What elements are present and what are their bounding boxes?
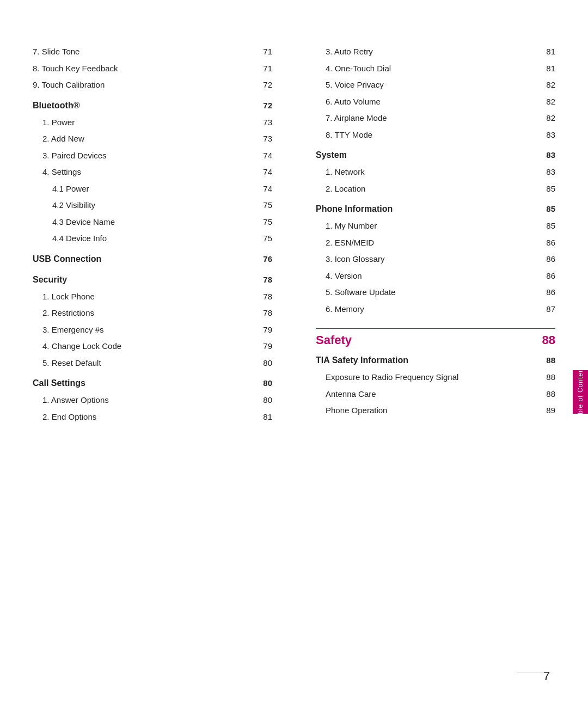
toc-entry-page: 82 [534,79,555,91]
safety-entry-page: 88 [534,371,555,384]
toc-entry-page: 85 [534,220,555,232]
safety-entry-page: 89 [534,404,555,417]
toc-entry-page: 80 [250,357,272,370]
safety-header-label: Safety [316,333,534,347]
safety-entry: TIA Safety Information88 [316,352,555,369]
safety-entry-page: 88 [534,388,555,401]
toc-entry: 1. Lock Phone78 [33,289,272,305]
toc-entry: 4. Settings74 [33,164,272,181]
toc-entry: 1. Power73 [33,114,272,131]
toc-entry: 6. Memory87 [316,301,555,318]
toc-entry-label: Phone Information [316,203,534,216]
toc-entry: 1. My Number85 [316,218,555,235]
toc-entry-page: 85 [534,203,555,216]
toc-entry-label: Call Settings [33,377,250,390]
tab-label: Table of Contents [577,362,584,422]
toc-entry-page: 71 [250,63,272,75]
toc-entry: USB Connection76 [33,250,272,268]
toc-entry-page: 86 [534,270,555,283]
toc-entry: Bluetooth®72 [33,97,272,114]
toc-entry-label: 4. Change Lock Code [42,340,250,353]
toc-columns: 7. Slide Tone718. Touch Key Feedback719.… [33,44,555,425]
toc-entry: 5. Voice Privacy82 [316,77,555,94]
toc-entry-label: 5. Voice Privacy [326,79,534,91]
toc-entry: 2. Restrictions78 [33,305,272,322]
toc-entry-page: 82 [534,96,555,108]
toc-entry-page: 87 [534,303,555,316]
toc-entry-page: 72 [250,79,272,91]
toc-entry-label: 5. Reset Default [42,357,250,370]
left-column: 7. Slide Tone718. Touch Key Feedback719.… [33,44,283,425]
toc-entry-label: 1. Answer Options [42,394,250,407]
toc-entry-page: 75 [250,199,272,212]
toc-entry: Phone Information85 [316,200,555,218]
toc-entry-label: 8. TTY Mode [326,129,534,142]
toc-entry: Call Settings80 [33,375,272,392]
toc-entry: 6. Auto Volume82 [316,94,555,111]
toc-entry: 3. Emergency #s79 [33,322,272,339]
toc-entry-label: 6. Auto Volume [326,96,534,108]
toc-entry: 2. ESN/MEID86 [316,235,555,252]
toc-entry: 8. Touch Key Feedback71 [33,60,272,77]
toc-entry-page: 74 [250,150,272,162]
toc-entry-label: 4. Settings [42,166,250,179]
toc-entry-label: 1. My Number [326,220,534,232]
safety-entry: Phone Operation89 [316,402,555,419]
toc-entry-page: 85 [534,183,555,195]
toc-entry: 5. Reset Default80 [33,355,272,372]
toc-entry-page: 81 [534,63,555,75]
toc-entry-label: 4.1 Power [52,183,250,195]
toc-entry-page: 86 [534,237,555,249]
toc-entry: 2. Add New73 [33,131,272,148]
toc-entry-page: 81 [534,46,555,58]
toc-entry: 4. Change Lock Code79 [33,338,272,355]
toc-entry-page: 78 [250,291,272,303]
safety-section: Safety88TIA Safety Information88Exposure… [316,328,555,419]
toc-entry-label: System [316,149,534,162]
toc-entry: 7. Airplane Mode82 [316,110,555,127]
safety-entry-label: Exposure to Radio Frequency Signal [326,371,534,384]
toc-entry: 4.3 Device Name75 [33,214,272,231]
safety-entry-label: Phone Operation [326,404,534,417]
toc-entry-page: 74 [250,166,272,179]
toc-entry-page: 75 [250,216,272,229]
toc-entry: 9. Touch Calibration72 [33,77,272,94]
toc-entry-page: 78 [250,307,272,320]
safety-entry: Exposure to Radio Frequency Signal88 [316,369,555,386]
toc-entry-label: 7. Slide Tone [33,46,250,58]
toc-entry-label: 2. End Options [42,411,250,424]
toc-entry-page: 80 [250,394,272,407]
toc-entry-label: 3. Emergency #s [42,324,250,336]
toc-entry-label: Security [33,273,250,286]
toc-entry: 4.2 Visibility75 [33,197,272,214]
toc-entry-page: 78 [250,274,272,286]
toc-entry-page: 82 [534,112,555,125]
toc-entry-page: 73 [250,117,272,129]
toc-entry: 4. Version86 [316,268,555,285]
toc-entry-label: 2. ESN/MEID [326,237,534,249]
toc-entry-label: 2. Restrictions [42,307,250,320]
safety-main-header: Safety88 [316,328,555,347]
toc-entry: 2. Location85 [316,181,555,198]
toc-entry-label: 4.3 Device Name [52,216,250,229]
safety-entry-label: Antenna Care [326,388,534,401]
toc-entry-label: 7. Airplane Mode [326,112,534,125]
toc-entry: 4. One-Touch Dial81 [316,60,555,77]
toc-entry-page: 76 [250,253,272,266]
toc-entry-label: USB Connection [33,253,250,266]
toc-entry-label: 4. Version [326,270,534,283]
toc-entry: 8. TTY Mode83 [316,127,555,144]
toc-entry-label: 2. Location [326,183,534,195]
toc-entry-label: 9. Touch Calibration [33,79,250,91]
toc-entry-label: 3. Paired Devices [42,150,250,162]
toc-entry-label: 3. Auto Retry [326,46,534,58]
toc-entry: 7. Slide Tone71 [33,44,272,60]
toc-entry-page: 73 [250,133,272,145]
safety-entry-label: TIA Safety Information [316,354,534,367]
toc-entry: 3. Icon Glossary86 [316,251,555,268]
toc-entry-page: 86 [534,286,555,299]
toc-entry-page: 83 [534,149,555,162]
safety-entry-page: 88 [534,354,555,367]
toc-entry-label: Bluetooth® [33,99,250,112]
toc-entry-page: 83 [534,166,555,179]
